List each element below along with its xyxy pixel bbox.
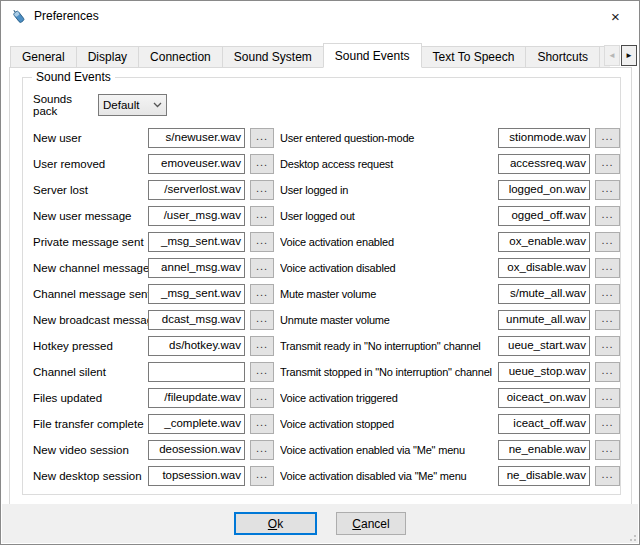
ok-button[interactable]: Ok bbox=[234, 512, 317, 535]
tab-sound-system[interactable]: Sound System bbox=[222, 46, 324, 68]
sound-event-label: Voice activation stopped bbox=[280, 418, 498, 430]
browse-button[interactable]: ... bbox=[250, 310, 274, 330]
sound-event-row: File transfer complete_complete.wav... bbox=[33, 411, 274, 437]
sound-event-row: Transmit stopped in "No interruption" ch… bbox=[280, 359, 620, 385]
dialog-footer: Ok Cancel bbox=[2, 504, 638, 543]
browse-button[interactable]: ... bbox=[250, 362, 274, 382]
sound-file-input[interactable]: logged_on.wav bbox=[498, 180, 590, 200]
close-icon[interactable]: × bbox=[593, 2, 638, 31]
browse-button[interactable]: ... bbox=[250, 466, 274, 486]
sound-events-groupbox: Sound Events Sounds pack Default New use… bbox=[22, 77, 621, 495]
tab-shortcuts[interactable]: Shortcuts bbox=[525, 46, 600, 68]
title-bar[interactable]: Preferences × bbox=[1, 1, 639, 31]
browse-button[interactable]: ... bbox=[595, 388, 620, 408]
sound-event-label: Voice activation disabled via "Me" menu bbox=[280, 470, 498, 482]
browse-button[interactable]: ... bbox=[595, 258, 620, 278]
sound-file-input[interactable]: accessreq.wav bbox=[498, 154, 590, 174]
browse-button[interactable]: ... bbox=[250, 180, 274, 200]
browse-button[interactable]: ... bbox=[595, 284, 620, 304]
browse-button[interactable]: ... bbox=[595, 232, 620, 252]
sound-events-page: Sound Events Sounds pack Default New use… bbox=[9, 67, 632, 506]
sound-file-input[interactable]: ogged_off.wav bbox=[498, 206, 590, 226]
sound-file-input[interactable]: ds/hotkey.wav bbox=[148, 336, 245, 356]
sounds-pack-select[interactable]: Default bbox=[98, 94, 167, 116]
sound-file-input[interactable]: _msg_sent.wav bbox=[148, 232, 245, 252]
cancel-button[interactable]: Cancel bbox=[336, 512, 406, 535]
browse-button[interactable]: ... bbox=[595, 206, 620, 226]
sound-event-row: Voice activation disabled via "Me" menun… bbox=[280, 463, 620, 489]
sounds-pack-label: Sounds pack bbox=[33, 93, 98, 117]
sound-file-input[interactable]: unmute_all.wav bbox=[498, 310, 590, 330]
sound-file-input[interactable]: _complete.wav bbox=[148, 414, 245, 434]
preferences-dialog: Preferences × GeneralDisplayConnectionSo… bbox=[0, 0, 640, 545]
browse-button[interactable]: ... bbox=[250, 388, 274, 408]
sound-event-label: Files updated bbox=[33, 392, 148, 404]
sound-event-row: New channel messageannel_msg.wav... bbox=[33, 255, 274, 281]
tab-general[interactable]: General bbox=[10, 46, 77, 68]
tab-sound-events[interactable]: Sound Events bbox=[323, 43, 422, 68]
browse-button[interactable]: ... bbox=[250, 336, 274, 356]
sounds-pack-row: Sounds pack Default bbox=[33, 94, 167, 116]
sound-event-row: New broadcast messagedcast_msg.wav... bbox=[33, 307, 274, 333]
browse-button[interactable]: ... bbox=[250, 128, 274, 148]
sound-event-label: Channel silent bbox=[33, 366, 148, 378]
sound-file-input[interactable]: ueue_start.wav bbox=[498, 336, 590, 356]
sound-file-input[interactable] bbox=[148, 362, 245, 382]
browse-button[interactable]: ... bbox=[250, 154, 274, 174]
sound-event-label: User logged in bbox=[280, 184, 498, 196]
browse-button[interactable]: ... bbox=[595, 362, 620, 382]
sound-file-input[interactable]: deosession.wav bbox=[148, 440, 245, 460]
sound-file-input[interactable]: ne_enable.wav bbox=[498, 440, 590, 460]
sound-file-input[interactable]: annel_msg.wav bbox=[148, 258, 245, 278]
browse-button[interactable]: ... bbox=[250, 414, 274, 434]
browse-button[interactable]: ... bbox=[595, 336, 620, 356]
browse-button[interactable]: ... bbox=[250, 440, 274, 460]
sound-file-input[interactable]: dcast_msg.wav bbox=[148, 310, 245, 330]
browse-button[interactable]: ... bbox=[595, 154, 620, 174]
browse-button[interactable]: ... bbox=[595, 310, 620, 330]
sound-file-input[interactable]: s/newuser.wav bbox=[148, 128, 245, 148]
browse-button[interactable]: ... bbox=[250, 232, 274, 252]
sound-file-input[interactable]: oiceact_on.wav bbox=[498, 388, 590, 408]
sound-file-input[interactable]: ueue_stop.wav bbox=[498, 362, 590, 382]
sound-event-label: Mute master volume bbox=[280, 288, 498, 300]
tab-display[interactable]: Display bbox=[76, 46, 139, 68]
tab-connection[interactable]: Connection bbox=[138, 46, 223, 68]
sound-file-input[interactable]: /serverlost.wav bbox=[148, 180, 245, 200]
sound-event-row: Mute master volumes/mute_all.wav... bbox=[280, 281, 620, 307]
sound-event-row: New user message/user_msg.wav... bbox=[33, 203, 274, 229]
sound-file-input[interactable]: stionmode.wav bbox=[498, 128, 590, 148]
sound-file-input[interactable]: ox_disable.wav bbox=[498, 258, 590, 278]
tab-scroll-right-icon[interactable]: ► bbox=[621, 45, 637, 66]
sound-file-input[interactable]: ox_enable.wav bbox=[498, 232, 590, 252]
sound-event-row: User logged outogged_off.wav... bbox=[280, 203, 620, 229]
sound-file-input[interactable]: topsession.wav bbox=[148, 466, 245, 486]
sound-event-row: User logged inlogged_on.wav... bbox=[280, 177, 620, 203]
events-column-right: User entered question-modestionmode.wav.… bbox=[280, 125, 620, 489]
resize-grip[interactable] bbox=[626, 531, 636, 541]
sound-event-row: Voice activation enabled via "Me" menune… bbox=[280, 437, 620, 463]
sound-file-input[interactable]: /user_msg.wav bbox=[148, 206, 245, 226]
sound-event-row: Voice activation triggeredoiceact_on.wav… bbox=[280, 385, 620, 411]
browse-button[interactable]: ... bbox=[250, 284, 274, 304]
browse-button[interactable]: ... bbox=[595, 128, 620, 148]
sound-file-input[interactable]: s/mute_all.wav bbox=[498, 284, 590, 304]
sound-event-row: User removedemoveuser.wav... bbox=[33, 151, 274, 177]
sound-file-input[interactable]: /fileupdate.wav bbox=[148, 388, 245, 408]
browse-button[interactable]: ... bbox=[595, 180, 620, 200]
sound-event-row: Hotkey pressedds/hotkey.wav... bbox=[33, 333, 274, 359]
browse-button[interactable]: ... bbox=[595, 440, 620, 460]
sound-event-row: Voice activation stoppediceact_off.wav..… bbox=[280, 411, 620, 437]
browse-button[interactable]: ... bbox=[595, 466, 620, 486]
sound-event-row: New users/newuser.wav... bbox=[33, 125, 274, 151]
browse-button[interactable]: ... bbox=[595, 414, 620, 434]
tab-text-to-speech[interactable]: Text To Speech bbox=[421, 46, 527, 68]
browse-button[interactable]: ... bbox=[250, 258, 274, 278]
sound-file-input[interactable]: iceact_off.wav bbox=[498, 414, 590, 434]
sound-file-input[interactable]: emoveuser.wav bbox=[148, 154, 245, 174]
sound-file-input[interactable]: ne_disable.wav bbox=[498, 466, 590, 486]
sound-event-row: Channel message sent_msg_sent.wav... bbox=[33, 281, 274, 307]
sound-file-input[interactable]: _msg_sent.wav bbox=[148, 284, 245, 304]
tab-scroll-left-icon[interactable]: ◄ bbox=[604, 45, 620, 66]
browse-button[interactable]: ... bbox=[250, 206, 274, 226]
